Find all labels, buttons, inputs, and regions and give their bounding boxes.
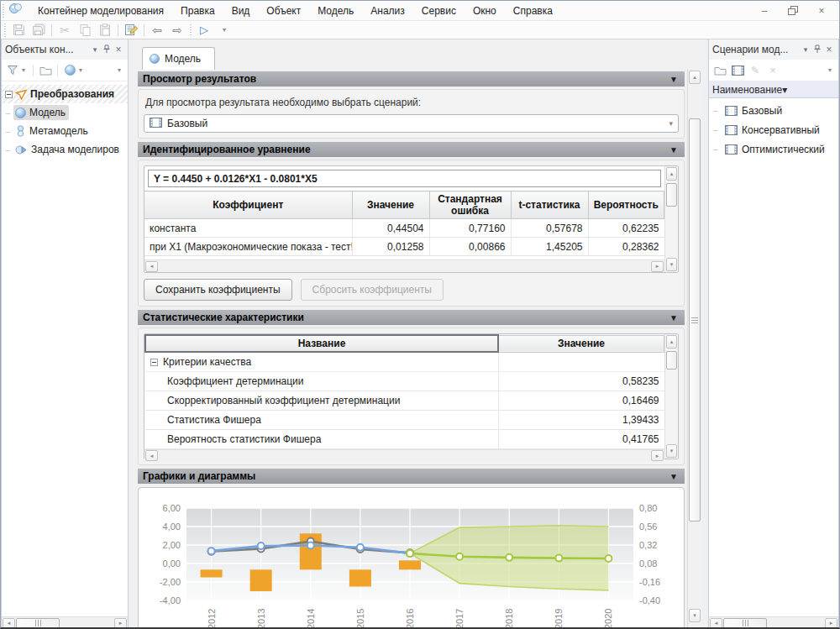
toolbar-grip[interactable]	[4, 24, 6, 37]
column-header[interactable]: Коэффициент	[144, 191, 352, 219]
folder-icon[interactable]	[711, 62, 728, 79]
close-panel-icon[interactable]: ×	[823, 44, 835, 55]
edit-pencil-icon[interactable]: ✎	[747, 62, 764, 79]
edit-script-icon[interactable]	[121, 22, 141, 39]
collapse-icon[interactable]: ▼	[669, 313, 678, 322]
column-header[interactable]: Стандартная ошибка	[429, 191, 511, 219]
objects-hscrollbar[interactable]: ◂ ▸	[2, 616, 128, 629]
equation-vscrollbar[interactable]: ▴ ▾	[664, 166, 678, 272]
run-icon[interactable]: ▷	[194, 22, 214, 39]
scenario-list-item[interactable]: –Оптимистический	[709, 139, 838, 159]
collapse-icon[interactable]: ▼	[669, 472, 678, 481]
reset-coefficients-button[interactable]: Сбросить коэффициенты	[301, 279, 444, 301]
dropdown-icon[interactable]: ▾	[214, 22, 234, 39]
column-header[interactable]: Значение	[498, 335, 664, 352]
scroll-up-icon[interactable]: ▴	[689, 71, 701, 84]
pin-icon[interactable]	[101, 45, 113, 55]
menu-item[interactable]: Правка	[173, 3, 223, 19]
section-stats-header[interactable]: Статистические характеристики ▼	[138, 310, 685, 325]
scroll-left-icon[interactable]: ◂	[145, 450, 158, 461]
scroll-left-icon[interactable]: ◂	[710, 618, 722, 629]
menu-item[interactable]: Объект	[259, 3, 308, 19]
scenario-select[interactable]: Базовый ▾	[144, 114, 679, 133]
close-button[interactable]: ×	[809, 3, 834, 18]
tab-model[interactable]: Модель	[142, 47, 215, 70]
scenarios-column-header[interactable]: Наименование ▾	[709, 81, 838, 98]
scenario-icon[interactable]	[729, 62, 746, 79]
scroll-up-icon[interactable]: ▴	[666, 167, 677, 181]
menu-item[interactable]: Анализ	[363, 3, 412, 19]
save-all-icon[interactable]	[29, 22, 49, 39]
table-row[interactable]: Вероятность статистики Фишера0,41765	[145, 429, 664, 448]
panel-menu-icon[interactable]: ▾	[800, 45, 811, 54]
model-sphere-icon[interactable]	[61, 62, 78, 79]
section-charts-header[interactable]: Графики и диаграммы ▼	[138, 469, 685, 484]
column-header[interactable]: Вероятность	[588, 191, 664, 219]
menu-item[interactable]: Контейнер моделирования	[30, 3, 171, 19]
close-panel-icon[interactable]: ×	[113, 44, 124, 55]
menu-item[interactable]: Модель	[310, 3, 361, 19]
table-row[interactable]: Коэффициент детерминации0,58235	[145, 371, 664, 391]
scroll-down-icon[interactable]: ▾	[666, 444, 677, 458]
filter-dropdown-icon[interactable]: ▾	[22, 66, 29, 74]
folder-icon[interactable]	[37, 62, 54, 79]
chevron-down-icon[interactable]: ▾	[669, 119, 673, 128]
back-icon[interactable]: ⇦	[147, 22, 167, 39]
scenario-list-item[interactable]: –Консервативный	[709, 120, 838, 139]
scroll-left-icon[interactable]: ◂	[3, 618, 15, 629]
sphere-dropdown-icon[interactable]: ▾	[79, 66, 87, 74]
scroll-thumb[interactable]	[16, 618, 60, 629]
scroll-left-icon[interactable]: ◂	[145, 261, 158, 272]
scroll-down-icon[interactable]: ▾	[689, 609, 701, 622]
tree-node-metamodel-icon[interactable]: –Метамодель	[2, 122, 128, 140]
minimize-button[interactable]: –	[752, 3, 777, 18]
collapse-box-icon[interactable]	[150, 359, 158, 366]
scroll-thumb[interactable]	[689, 118, 701, 522]
cut-icon[interactable]: ✂	[55, 22, 75, 39]
toolbar-overflow-icon[interactable]: ▾	[828, 66, 836, 74]
chevron-down-icon[interactable]: ▾	[782, 84, 835, 96]
scenarios-hscrollbar[interactable]: ◂ ▸	[709, 616, 838, 629]
column-header[interactable]: Значение	[352, 191, 429, 219]
save-coefficients-button[interactable]: Сохранить коэффициенты	[144, 279, 292, 301]
equation-hscrollbar[interactable]: ◂ ▸	[144, 259, 664, 272]
stats-vscrollbar[interactable]: ▴ ▾	[664, 334, 678, 459]
scroll-thumb[interactable]	[666, 183, 677, 207]
menu-item[interactable]: Вид	[224, 3, 258, 19]
pin-icon[interactable]	[811, 45, 823, 55]
menu-item[interactable]: Окно	[465, 3, 504, 19]
tree-node-modeling-task-icon[interactable]: –Задача моделиров	[2, 140, 128, 159]
splitter[interactable]	[701, 39, 708, 629]
table-row[interactable]: константа0,445040,771600,576780,62235	[144, 219, 664, 238]
equation-formula[interactable]: Y = 0.4450 + 0.0126*X1 - 0.0801*X5	[148, 170, 661, 187]
stats-hscrollbar[interactable]: ◂ ▸	[144, 449, 664, 462]
tree-node-model-sphere-icon[interactable]: –Модель	[2, 103, 128, 122]
section-results-header[interactable]: Просмотр результатов ▼	[138, 71, 685, 86]
scroll-right-icon[interactable]: ▸	[651, 450, 664, 461]
toolbar-grip[interactable]	[3, 4, 4, 18]
filter-icon[interactable]	[4, 62, 21, 79]
scenario-list-item[interactable]: –Базовый	[709, 101, 838, 120]
toolbar-overflow-icon[interactable]: ▾	[118, 66, 125, 74]
restore-button[interactable]	[780, 3, 806, 18]
delete-icon[interactable]: ×	[764, 62, 781, 79]
scroll-down-icon[interactable]: ▾	[666, 258, 677, 271]
section-equation-header[interactable]: Идентифицированное уравнение ▼	[138, 142, 685, 157]
tree-node-transformations[interactable]: Преобразования	[2, 85, 128, 103]
menu-item[interactable]: Справка	[506, 3, 560, 19]
collapse-icon[interactable]: ▼	[669, 75, 678, 84]
table-row[interactable]: при X1 (Макроэкономические показа - тест…	[144, 238, 664, 256]
copy-icon[interactable]	[75, 22, 95, 39]
panel-menu-icon[interactable]: ▾	[89, 45, 101, 54]
collapse-icon[interactable]: ▼	[669, 145, 678, 155]
scroll-up-icon[interactable]: ▴	[666, 335, 677, 349]
column-header[interactable]: Название	[145, 335, 498, 352]
paste-icon[interactable]	[95, 22, 115, 39]
menu-item[interactable]: Сервис	[414, 3, 464, 19]
scroll-right-icon[interactable]: ▸	[114, 618, 127, 629]
table-row[interactable]: Скорректированный коэффициент детерминац…	[145, 391, 664, 410]
table-row[interactable]: Статистика Фишера1,39433	[145, 410, 664, 429]
scroll-thumb[interactable]	[666, 351, 677, 370]
scroll-thumb[interactable]	[723, 618, 767, 629]
content-vscrollbar[interactable]: ▴ ▾	[687, 70, 701, 629]
